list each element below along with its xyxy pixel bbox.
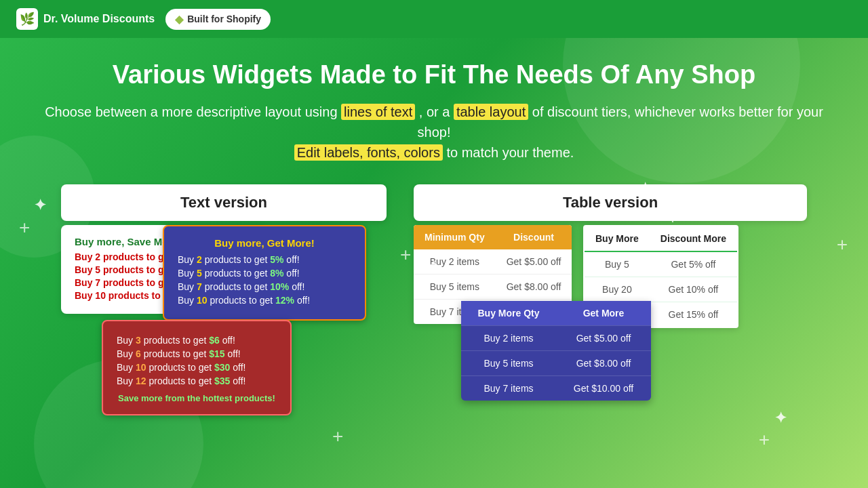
table-row: Buy 5 items Get $8.00 off [414, 274, 572, 299]
logo-badge: 🌿 Dr. Volume Discounts [16, 8, 155, 30]
tier-line: Buy 3 products to get $6 off! [117, 335, 277, 346]
dropdown-row: Buy 7 items Get $10.00 off [461, 375, 651, 401]
table-white-header-discount: Discount More [650, 226, 738, 251]
widget-purple-header: Buy more, Get More! [178, 237, 351, 249]
plus-decoration: + [837, 234, 848, 256]
text-version-section: Text version Buy more, Save More! Buy 2 … [61, 184, 387, 442]
tier-line: Buy 5 products to get 8% off! [178, 268, 351, 279]
tier-line: Buy 6 products to get $15 off! [117, 348, 277, 359]
app-name: Dr. Volume Discounts [43, 13, 155, 25]
dropdown-cell: Buy 5 items [461, 351, 556, 375]
dropdown-header: Buy More Qty Get More [461, 301, 651, 325]
plus-decoration: + [759, 429, 770, 451]
dropdown-cell: Get $5.00 off [556, 326, 651, 350]
plus-decoration: + [400, 244, 411, 266]
logo-icon: 🌿 [16, 8, 38, 30]
dropdown-cell: Get $8.00 off [556, 351, 651, 375]
subtitle-highlight-2: table layout [454, 104, 528, 120]
widgets-row: Text version Buy more, Save More! Buy 2 … [41, 184, 827, 442]
table-cell: Buy 20 [584, 277, 650, 302]
star-decoration: ✦ [774, 409, 787, 427]
dropdown-cell: Get $10.00 off [556, 376, 651, 401]
subtitle-highlight-1: lines of text [341, 104, 415, 120]
widget-purple: Buy more, Get More! Buy 2 products to ge… [163, 225, 366, 321]
table-cell: Get 15% off [650, 302, 738, 327]
subtitle-text-4: to match your theme. [446, 145, 574, 160]
table-cell: Buy 5 items [414, 274, 496, 299]
shopify-icon: ◆ [175, 13, 183, 26]
star-decoration: ✦ [639, 180, 651, 197]
tier-line: Buy 12 products to get $35 off! [117, 375, 277, 386]
table-amber-header-qty: Minimum Qty [414, 225, 496, 249]
dropdown-row: Buy 5 items Get $8.00 off [461, 350, 651, 375]
star-decoration: ✦ [34, 197, 46, 214]
table-amber-header-discount: Discount [496, 225, 572, 249]
table-cell: Get 10% off [650, 277, 738, 302]
tier-line: Buy 10 products to get $30 off! [117, 362, 277, 373]
header-bar: 🌿 Dr. Volume Discounts ◆ Built for Shopi… [0, 0, 868, 38]
dropdown-cell: Buy 7 items [461, 376, 556, 401]
text-version-label: Text version [61, 184, 387, 221]
tier-line: Buy 10 products to get 12% off! [178, 295, 351, 306]
plus-decoration: + [19, 217, 30, 239]
table-row: Buy 5 Get 5% off [584, 251, 738, 277]
subtitle-text-1: Choose between a more descriptive layout… [45, 104, 337, 119]
table-cell: Get $8.00 off [496, 274, 572, 299]
subtitle-highlight-3: Edit labels, fonts, colors [294, 144, 443, 161]
widget-red: Buy 3 products to get $6 off! Buy 6 prod… [102, 320, 292, 415]
shopify-badge: ◆ Built for Shopify [165, 9, 271, 30]
hero-subtitle: Choose between a more descriptive layout… [41, 102, 827, 163]
table-purple-dropdown: Buy More Qty Get More Buy 2 items Get $5… [461, 301, 651, 401]
table-version-section: Table version Minimum Qty Discount Buy 2… [414, 184, 807, 442]
hero-title: Various Widgets Made to Fit The Needs Of… [41, 60, 827, 91]
dropdown-cell: Buy 2 items [461, 326, 556, 350]
table-white-header-buy: Buy More [584, 226, 650, 251]
table-version-label: Table version [414, 184, 807, 221]
plus-decoration: + [332, 426, 343, 447]
tier-line: Buy 2 products to get 5% off! [178, 254, 351, 265]
table-cell: Get 5% off [650, 251, 738, 277]
table-cell: Buy 5 [584, 251, 650, 277]
subtitle-text-2: , or a [419, 104, 450, 119]
plus-decoration: + [667, 207, 678, 228]
table-cell: Get $5.00 off [496, 249, 572, 274]
table-cell: Buy 2 items [414, 249, 496, 274]
tier-line: Buy 7 products to get 10% off! [178, 281, 351, 292]
shopify-badge-label: Built for Shopify [187, 14, 261, 24]
widget-red-footer: Save more from the hottest products! [117, 393, 277, 403]
dropdown-col-get: Get More [556, 301, 651, 325]
dropdown-row: Buy 2 items Get $5.00 off [461, 325, 651, 350]
star-decoration: ✦ [427, 258, 439, 275]
dropdown-col-buy: Buy More Qty [461, 301, 556, 325]
table-row: Buy 20 Get 10% off [584, 277, 738, 302]
